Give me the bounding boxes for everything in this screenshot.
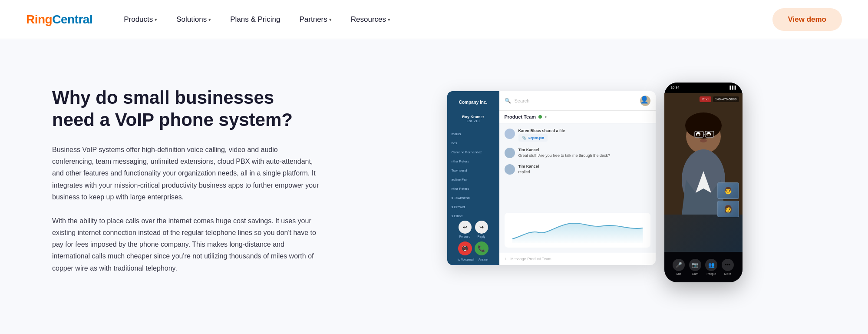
thumbnail-2-face: 👩	[724, 205, 733, 213]
sidebar-contact-8[interactable]: s Townsend	[447, 193, 499, 202]
nav-products[interactable]: Products ▾	[114, 0, 167, 39]
paragraph-2: With the ability to place calls over the…	[52, 215, 321, 274]
thumbnail-2: 👩	[717, 201, 739, 217]
chevron-down-icon: ▾	[388, 17, 390, 23]
sidebar-contact-6[interactable]: auline Fair	[447, 175, 499, 184]
chat-input-plus-icon[interactable]: +	[505, 257, 507, 261]
nav-partners-label: Partners	[300, 15, 327, 24]
sidebar-contact-9[interactable]: s Brewer	[447, 202, 499, 212]
sidebar-contact-3[interactable]: Caroline Fernandez	[447, 148, 499, 157]
more-label: More	[724, 272, 731, 275]
header-cta-area: View demo	[772, 8, 842, 31]
thumbnail-1: 👨	[717, 182, 739, 199]
sidebar-contact-1[interactable]: marks	[447, 129, 499, 139]
svg-point-7	[707, 134, 710, 136]
sidebar-contact-10[interactable]: s Elliott	[447, 212, 499, 221]
mobile-phone-mockup: 10:34 ▐▐▐	[664, 83, 743, 282]
msg1-attachment: 📎 Report.pdf	[518, 134, 548, 142]
msg3-text: replied	[518, 169, 650, 175]
camera-icon: 📷	[689, 259, 701, 271]
logo-central: Central	[52, 13, 92, 26]
chat-input-field[interactable]: Message Product Team	[510, 257, 650, 261]
msg3-content: Tim Kancel replied	[518, 164, 650, 175]
sidebar-contact-4[interactable]: ntha Peters	[447, 157, 499, 166]
nav-partners[interactable]: Partners ▾	[290, 0, 341, 39]
thumbnail-1-face: 👨	[724, 186, 733, 195]
forward-label: Forward	[459, 235, 471, 238]
sidebar-contact-2[interactable]: hes	[447, 139, 499, 148]
phone-bottom-controls: 🎤 Mic 📷 Cam 👥 People ••• More	[664, 252, 743, 282]
paragraph-1: Business VoIP systems offer high-definit…	[52, 144, 321, 203]
chat-header: Product Team ●	[499, 111, 656, 123]
phone-people-button[interactable]: 👥 People	[705, 259, 717, 275]
msg1-sender: Karen Bloas shared a file	[518, 129, 650, 133]
phone-status-bar: 10:34 ▐▐▐	[664, 83, 743, 93]
people-icon: 👥	[705, 259, 717, 271]
call-end-label[interactable]: End	[700, 96, 711, 102]
desktop-app-window: Company Inc. 👤 Roy Kramer Est. 213 marks…	[447, 91, 656, 265]
chart-area	[505, 213, 650, 248]
app-search-bar: 🔍 Search 👤	[499, 91, 656, 111]
chevron-down-icon: ▾	[155, 17, 157, 23]
sidebar-contact-5[interactable]: Townsend	[447, 166, 499, 175]
nav-resources[interactable]: Resources ▾	[341, 0, 400, 39]
call-number: 149-476-5889	[713, 96, 739, 102]
camera-label: Cam	[692, 272, 698, 275]
contact-ext: Est. 213	[467, 119, 479, 123]
msg2-sender: Tim Kancel	[518, 148, 650, 152]
svg-point-8	[700, 139, 707, 142]
phone-more-button[interactable]: ••• More	[722, 259, 734, 275]
view-demo-button[interactable]: View demo	[772, 8, 842, 31]
message-row-3: Tim Kancel replied	[505, 164, 650, 175]
app-sidebar: Company Inc. 👤 Roy Kramer Est. 213 marks…	[447, 91, 499, 265]
mockup-container: Company Inc. 👤 Roy Kramer Est. 213 marks…	[439, 83, 743, 291]
svg-point-6	[697, 134, 700, 136]
phone-call-area: End 149-476-5889 👨 👩	[664, 93, 743, 252]
logo-ring: Ring	[26, 13, 52, 26]
msg1-avatar	[505, 129, 515, 139]
site-header: Ring Central Products ▾ Solutions ▾ Plan…	[0, 0, 868, 39]
company-name: Company Inc.	[455, 100, 491, 105]
logo[interactable]: Ring Central	[26, 13, 92, 26]
mic-icon: 🎤	[673, 259, 685, 271]
phone-camera-button[interactable]: 📷 Cam	[689, 259, 701, 275]
search-icon: 🔍	[505, 98, 511, 104]
nav-plans-pricing-label: Plans & Pricing	[230, 15, 280, 24]
content-left: Why do small businesses need a VoIP phon…	[52, 87, 347, 286]
reply-icon: ↪	[475, 221, 488, 234]
phone-mic-button[interactable]: 🎤 Mic	[673, 259, 685, 275]
message-row-2: Tim Kancel Great stuff! Are you free to …	[505, 148, 650, 159]
search-placeholder[interactable]: Search	[515, 98, 637, 103]
decline-call-button[interactable]: 📵	[458, 241, 472, 255]
mic-label: Mic	[677, 272, 681, 275]
app-main-area: 🔍 Search 👤 Product Team ●	[499, 91, 656, 265]
nav-solutions-label: Solutions	[176, 15, 207, 24]
chevron-down-icon: ▾	[208, 17, 211, 23]
chat-team-name: Product Team	[505, 114, 536, 119]
more-icon: •••	[722, 259, 734, 271]
message-row-1: Karen Bloas shared a file 📎 Report.pdf	[505, 129, 650, 142]
sidebar-contact-7[interactable]: ntha Peters	[447, 184, 499, 193]
member-count: ●	[545, 115, 547, 119]
nav-resources-label: Resources	[351, 15, 386, 24]
msg3-avatar	[505, 164, 515, 175]
nav-products-label: Products	[124, 15, 153, 24]
chat-input-bar: + Message Product Team	[499, 253, 656, 265]
call-info-overlay: End 149-476-5889	[700, 96, 739, 102]
contact-name: Roy Kramer	[462, 115, 484, 119]
msg3-sender: Tim Kancel	[518, 164, 650, 169]
people-label: People	[706, 272, 716, 275]
video-background	[664, 93, 743, 252]
content-right: Company Inc. 👤 Roy Kramer Est. 213 marks…	[347, 78, 833, 295]
forward-icon: ↩	[459, 221, 472, 234]
chevron-down-icon: ▾	[329, 17, 332, 23]
msg2-text: Great stuff! Are you free to talk me thr…	[518, 153, 650, 159]
chat-messages-area: Karen Bloas shared a file 📎 Report.pdf T…	[499, 123, 656, 213]
msg2-avatar	[505, 148, 515, 158]
accept-call-button[interactable]: 📞	[475, 241, 488, 255]
page-heading: Why do small businesses need a VoIP phon…	[52, 87, 321, 131]
online-indicator	[538, 115, 542, 119]
nav-plans-pricing[interactable]: Plans & Pricing	[221, 0, 290, 39]
reply-label: Reply	[478, 235, 485, 238]
nav-solutions[interactable]: Solutions ▾	[167, 0, 221, 39]
